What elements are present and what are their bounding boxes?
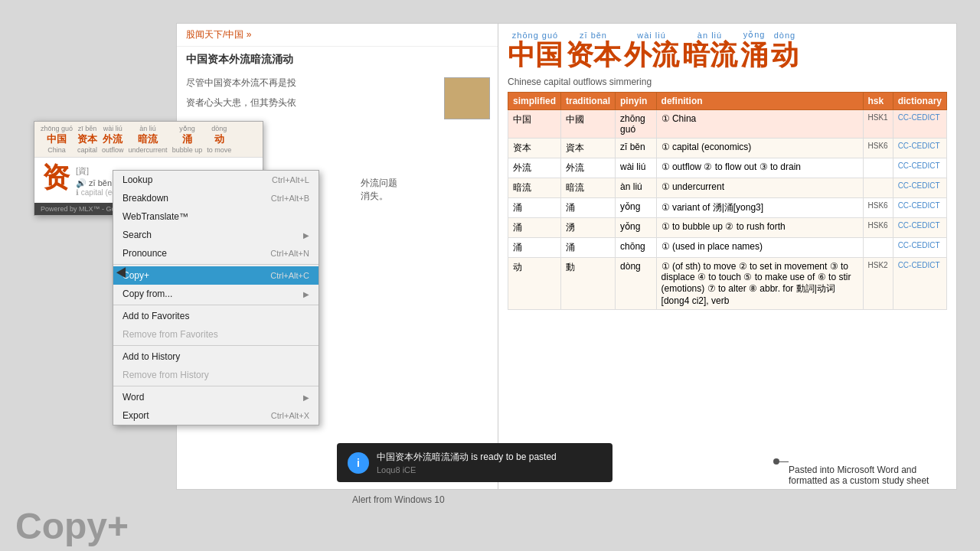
menu-divider-4 (113, 264, 318, 265)
popup-header: zhōng guó中国Chinazī běn资本capitalwài liú外流… (34, 122, 263, 158)
article-source[interactable]: 股闻天下/中国 » (177, 24, 498, 47)
cell-simplified-2: 外流 (508, 158, 561, 178)
menu-label-1: Breakdown (122, 193, 168, 204)
menu-label-4: Pronounce (122, 248, 167, 259)
menu-item-lookup[interactable]: LookupCtrl+Alt+L (113, 171, 318, 189)
menu-item-pronounce[interactable]: PronounceCtrl+Alt+N (113, 244, 318, 262)
cell-pinyin-2: wài liú (616, 158, 657, 178)
cell-traditional-3: 暗流 (561, 178, 616, 197)
article-title: 中国资本外流暗流涌动 (177, 47, 498, 73)
popup-header-item-3: àn liú暗流undercurrent (129, 125, 168, 154)
dict-title-row: zhōng guó中国zī běn资本wài liú外流àn liú暗流yǒng… (498, 24, 956, 77)
cell-hsk-2 (863, 158, 893, 178)
cell-hsk-6 (863, 237, 893, 257)
menu-item-word[interactable]: Word▶ (113, 388, 318, 406)
col-traditional: traditional (561, 92, 616, 109)
menu-label-6: Copy from... (122, 289, 172, 299)
dict-char-5: dòng动 (771, 31, 799, 70)
cell-traditional-7: 動 (561, 257, 616, 309)
popup-big-char: 资 (42, 164, 70, 191)
dict-char-3: àn liú暗流 (682, 31, 737, 70)
menu-label-7: Add to Favorites (122, 311, 189, 321)
dict-table: simplified traditional pinyin definition… (508, 92, 947, 310)
popup-header-item-4: yǒng涌bubble up (172, 125, 203, 154)
cell-simplified-4: 涌 (508, 197, 561, 217)
toast-app: Loqu8 iCE (377, 465, 602, 474)
menu-label-11: Word (122, 392, 144, 403)
toast-message: 中国资本外流暗流涌动 is ready to be pasted (377, 451, 602, 464)
menu-item-copy-from[interactable]: Copy from...▶ (113, 285, 318, 303)
menu-item-search[interactable]: Search▶ (113, 226, 318, 244)
col-simplified: simplified (508, 92, 561, 109)
cell-pinyin-7: dòng (616, 257, 657, 309)
cell-traditional-2: 外流 (561, 158, 616, 178)
toast-content: 中国资本外流暗流涌动 is ready to be pasted Loqu8 i… (377, 451, 602, 474)
cell-pinyin-3: àn liú (616, 178, 657, 197)
menu-label-2: WebTranslate™ (122, 211, 188, 222)
cell-traditional-6: 涌 (561, 237, 616, 257)
cell-hsk-7: HSK2 (863, 257, 893, 309)
menu-item-add-to-favorites[interactable]: Add to Favorites (113, 307, 318, 325)
popup-header-item-2: wài liú外流outflow (102, 125, 124, 154)
cell-pinyin-6: chōng (616, 237, 657, 257)
copy-plus-label: Copy+ (15, 505, 129, 547)
dict-subtitle: Chinese capital outflows simmering (498, 77, 956, 92)
menu-item-remove-from-history: Remove from History (113, 366, 318, 384)
dict-row-1: 资本 資本 zī běn ① capital (economics) HSK6 … (508, 138, 947, 158)
menu-item-add-to-history[interactable]: Add to History (113, 347, 318, 366)
cell-simplified-0: 中国 (508, 109, 561, 138)
dict-row-0: 中国 中國 zhōng guó ① China HSK1 CC-CEDICT (508, 109, 947, 138)
col-dictionary: dictionary (893, 92, 946, 109)
dict-char-4: yǒng涌 (740, 30, 768, 70)
menu-item-export[interactable]: ExportCtrl+Alt+X (113, 406, 318, 425)
cell-definition-5: ① to bubble up ② to rush forth (656, 217, 863, 237)
cell-pinyin-5: yǒng (616, 217, 657, 237)
cell-dict-6: CC-CEDICT (893, 237, 946, 257)
article-overlay: 外流问题 消失。 (361, 177, 475, 203)
cell-hsk-0: HSK1 (863, 109, 893, 138)
cell-traditional-4: 涌 (561, 197, 616, 217)
menu-item-breakdown[interactable]: BreakdownCtrl+Alt+B (113, 189, 318, 207)
context-menu: LookupCtrl+Alt+LBreakdownCtrl+Alt+BWebTr… (113, 170, 319, 425)
menu-divider-8 (113, 345, 318, 346)
cell-simplified-3: 暗流 (508, 178, 561, 197)
cell-simplified-5: 涌 (508, 217, 561, 237)
menu-divider-10 (113, 386, 318, 386)
cell-pinyin-1: zī běn (616, 138, 657, 158)
cell-definition-1: ① capital (economics) (656, 138, 863, 158)
dict-row-6: 涌 涌 chōng ① (used in place names) CC-CED… (508, 237, 947, 257)
cell-dict-3: CC-CEDICT (893, 178, 946, 197)
cell-traditional-0: 中國 (561, 109, 616, 138)
menu-item-webtranslate[interactable]: WebTranslate™ (113, 207, 318, 226)
cell-dict-4: CC-CEDICT (893, 197, 946, 217)
dict-table-header: simplified traditional pinyin definition… (508, 92, 947, 109)
dict-char-2: wài liú外流 (624, 31, 679, 70)
col-hsk: hsk (863, 92, 893, 109)
toast-notification: i 中国资本外流暗流涌动 is ready to be pasted Loqu8… (337, 443, 612, 482)
dict-row-5: 涌 湧 yǒng ① to bubble up ② to rush forth … (508, 217, 947, 237)
menu-label-0: Lookup (122, 174, 152, 185)
cell-definition-7: ① (of sth) to move ② to set in movement … (656, 257, 863, 309)
col-definition: definition (656, 92, 863, 109)
dict-char-0: zhōng guó中国 (508, 31, 563, 70)
cell-definition-0: ① China (656, 109, 863, 138)
popup-header-item-1: zī běn资本capital (77, 125, 97, 154)
menu-divider-6 (113, 305, 318, 305)
annotation-line (776, 461, 789, 462)
cell-simplified-7: 动 (508, 257, 561, 309)
toast-icon: i (348, 452, 369, 474)
menu-label-9: Add to History (122, 351, 180, 362)
dict-row-2: 外流 外流 wài liú ① outflow ② to flow out ③ … (508, 158, 947, 178)
cell-pinyin-0: zhōng guó (616, 109, 657, 138)
menu-item-remove-from-favorites: Remove from Favorites (113, 325, 318, 344)
menu-label-3: Search (122, 230, 152, 240)
cell-definition-6: ① (used in place names) (656, 237, 863, 257)
popup-header-item-5: dòng动to move (207, 125, 231, 154)
cell-dict-2: CC-CEDICT (893, 158, 946, 178)
menu-item-copy[interactable]: Copy+Ctrl+Alt+C (113, 266, 318, 285)
cell-definition-2: ① outflow ② to flow out ③ to drain (656, 158, 863, 178)
cell-dict-0: CC-CEDICT (893, 109, 946, 138)
dict-panel: zhōng guó中国zī běn资本wài liú外流àn liú暗流yǒng… (498, 24, 956, 489)
cell-definition-4: ① variant of 湧|涌[yong3] (656, 197, 863, 217)
menu-label-8: Remove from Favorites (122, 329, 218, 340)
